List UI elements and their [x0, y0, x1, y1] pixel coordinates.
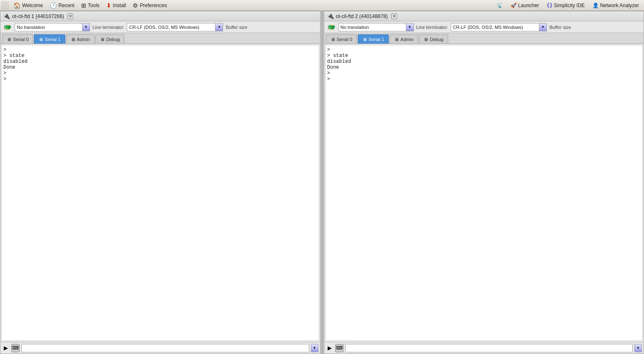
menu-item-simplicity-ide[interactable]: {} Simplicity IDE — [543, 2, 588, 9]
panel-2-tab-serial0-label: Serial 0 — [337, 37, 352, 42]
panel-1-tab-serial0-label: Serial 0 — [13, 37, 28, 42]
panel-2-console[interactable]: > > state disabled Done > > — [325, 45, 643, 341]
menu-label-simplicity-ide: Simplicity IDE — [554, 3, 585, 8]
launcher-icon: 🚀 — [511, 3, 517, 8]
panel-1-cmd-icon[interactable]: ⌨ — [11, 344, 20, 352]
panel-2-tab-admin[interactable]: 🖥 Admin — [390, 34, 418, 44]
panel-1-tab-debug[interactable]: 🖥 Debug — [95, 34, 124, 44]
panel-2-device-icon: 🔌 — [327, 13, 334, 20]
panel-1-tab-serial0-icon: 🖥 — [7, 37, 11, 42]
menu-item-launcher[interactable]: 🚀 Launcher — [507, 2, 542, 9]
panel-2-translation-dropdown[interactable]: No translation ▼ — [339, 23, 414, 31]
panel-1-tab-serial1-icon: 🖥 — [38, 37, 43, 42]
panel-2-tab-serial0-icon: 🖥 — [331, 37, 335, 42]
panel-1-tab-admin-icon: 🖥 — [71, 37, 75, 42]
panel-2-toolbar-icon: 🐲 — [327, 23, 336, 32]
panel-1-tab-admin[interactable]: 🖥 Admin — [66, 34, 95, 44]
panel-1-tab-serial1-label: Serial 1 — [45, 37, 60, 42]
panel-1-tab-admin-label: Admin — [77, 37, 90, 42]
preferences-icon: ⚙ — [133, 2, 138, 9]
panel-1-input-arrow-icon: ▶ — [2, 344, 10, 352]
panel-1-tab-serial0[interactable]: 🖥 Serial 0 — [2, 34, 33, 44]
panel-2-tab-serial1-label: Serial 1 — [369, 37, 384, 42]
panel-2-titlebar: 🔌 ot-cli-ftd 2 (440148878) ✕ — [324, 11, 644, 21]
panel-2-tabs: 🖥 Serial 0 🖥 Serial 1 🖥 Admin 🖥 Debug — [324, 33, 644, 44]
menu-item-preferences[interactable]: ⚙ Preferences — [129, 1, 170, 10]
menubar: 🏠 Welcome 🕐 Recent ⊞ Tools ⬇ Install ⚙ P… — [0, 0, 644, 11]
panel-1-line-term-chevron[interactable]: ▼ — [215, 23, 223, 31]
menu-right: 📡 🚀 Launcher {} Simplicity IDE 👤 Network… — [493, 2, 642, 9]
panel-divider[interactable] — [321, 11, 323, 354]
panel-1-device-icon: 🔌 — [3, 13, 10, 20]
panel-2-tab-debug-label: Debug — [430, 37, 443, 42]
panel-1-input-field[interactable] — [21, 344, 309, 352]
recent-icon: 🕐 — [50, 2, 57, 9]
panel-2-tab-serial0[interactable]: 🖥 Serial 0 — [326, 34, 357, 44]
panel-2-translation-text: No translation — [339, 25, 406, 30]
menu-item-tools[interactable]: ⊞ Tools — [78, 1, 103, 10]
panel-1-line-term-dropdown[interactable]: CR-LF (DOS, OS/2, MS Windows) ▼ — [127, 23, 223, 31]
menu-label-welcome: Welcome — [22, 3, 43, 8]
panel-2-line-term-dropdown[interactable]: CR-LF (DOS, OS/2, MS Windows) ▼ — [451, 23, 547, 31]
panel-2-input-arrow-icon: ▶ — [326, 344, 334, 352]
menu-item-recent[interactable]: 🕐 Recent — [46, 1, 78, 10]
panel-2-input-field[interactable] — [345, 344, 633, 352]
panel-1-tab-debug-icon: 🖥 — [100, 37, 105, 42]
panel-2-input-row: ▶ ⌨ ▼ — [324, 342, 644, 354]
panel-1-input-row: ▶ ⌨ ▼ — [0, 342, 320, 354]
menu-label-install: Install — [113, 3, 126, 8]
menu-label-preferences: Preferences — [140, 3, 167, 8]
panel-2-cmd-icon[interactable]: ⌨ — [335, 344, 344, 352]
panel-2-translation-chevron[interactable]: ▼ — [406, 23, 413, 31]
panel-1-tab-serial1[interactable]: 🖥 Serial 1 — [34, 34, 65, 44]
panel-2-tab-serial1[interactable]: 🖥 Serial 1 — [358, 34, 389, 44]
simplicity-ide-icon: {} — [547, 3, 552, 8]
panel-2-buffer-label: Buffer size — [549, 25, 571, 30]
panel-1-title: ot-cli-ftd 1 (440107266) — [12, 13, 64, 19]
menu-item-install[interactable]: ⬇ Install — [103, 1, 129, 10]
panel-2-input-dropdown-btn[interactable]: ▼ — [634, 344, 642, 352]
panel-1-input-dropdown-btn[interactable]: ▼ — [311, 344, 318, 352]
panel-1-translation-dropdown[interactable]: No translation ▼ — [15, 23, 90, 31]
panel-2-tab-admin-label: Admin — [400, 37, 413, 42]
panel-2: 🔌 ot-cli-ftd 2 (440148878) ✕ 🐲 No transl… — [324, 11, 644, 354]
panel-1-toolbar-icon: 🐲 — [3, 23, 12, 32]
panel-2-tab-debug[interactable]: 🖥 Debug — [419, 34, 448, 44]
panel-1-close-button[interactable]: ✕ — [67, 13, 73, 19]
panel-1-tab-debug-label: Debug — [106, 37, 120, 42]
menu-label-launcher: Launcher — [518, 3, 539, 8]
menu-label-network-analyzer: Network Analyzer — [600, 3, 639, 8]
tools-icon: ⊞ — [81, 2, 86, 9]
menu-item-welcome[interactable]: 🏠 Welcome — [10, 1, 46, 10]
panel-1-line-term-text: CR-LF (DOS, OS/2, MS Windows) — [127, 25, 215, 30]
menu-label-tools: Tools — [88, 3, 100, 8]
panel-2-line-term-chevron[interactable]: ▼ — [539, 23, 547, 31]
panel-1-line-term-label: Line terminator: — [92, 25, 124, 30]
network-analyzer-icon: 👤 — [593, 3, 599, 8]
network-small-icon: 📡 — [497, 3, 503, 8]
panel-2-close-button[interactable]: ✕ — [391, 13, 397, 19]
install-icon: ⬇ — [106, 2, 111, 9]
panel-1-toolbar: 🐲 No translation ▼ Line terminator: CR-L… — [0, 21, 320, 33]
panel-1-buffer-label: Buffer size — [226, 25, 247, 30]
panel-1: 🔌 ot-cli-ftd 1 (440107266) ✕ 🐲 No transl… — [0, 11, 321, 354]
panel-2-tab-admin-icon: 🖥 — [394, 37, 399, 42]
panel-1-console[interactable]: > > state disabled Done > > — [1, 45, 319, 341]
panel-2-tab-serial1-icon: 🖥 — [362, 37, 367, 42]
home-icon: 🏠 — [13, 2, 21, 9]
panel-2-tab-debug-icon: 🖥 — [423, 37, 428, 42]
drag-handle — [2, 1, 8, 10]
panel-1-tabs: 🖥 Serial 0 🖥 Serial 1 🖥 Admin 🖥 Debug — [0, 33, 320, 44]
panel-2-toolbar: 🐲 No translation ▼ Line terminator: CR-L… — [324, 21, 644, 33]
panel-2-title: ot-cli-ftd 2 (440148878) — [336, 13, 388, 19]
main-area: 🔌 ot-cli-ftd 1 (440107266) ✕ 🐲 No transl… — [0, 11, 644, 354]
menu-item-network-analyzer[interactable]: 👤 Network Analyzer — [589, 2, 642, 9]
panel-2-line-term-label: Line terminator: — [416, 25, 448, 30]
menu-item-network-icon[interactable]: 📡 — [493, 2, 506, 9]
panel-1-translation-chevron[interactable]: ▼ — [82, 23, 90, 31]
panel-1-translation-text: No translation — [15, 25, 82, 30]
menu-label-recent: Recent — [59, 3, 74, 8]
panel-2-line-term-text: CR-LF (DOS, OS/2, MS Windows) — [451, 25, 539, 30]
panel-1-titlebar: 🔌 ot-cli-ftd 1 (440107266) ✕ — [0, 11, 320, 21]
